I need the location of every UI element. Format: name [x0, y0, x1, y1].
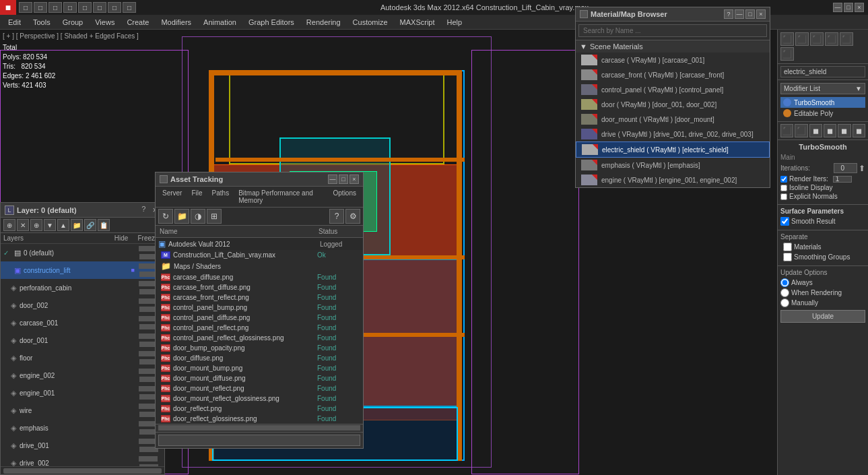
top-icon-4[interactable]: □ — [63, 2, 77, 13]
app-close[interactable]: × — [855, 3, 864, 12]
menu-help[interactable]: Help — [442, 17, 468, 28]
modifier-list-dropdown[interactable]: Modifier List ▼ — [780, 83, 865, 94]
top-icon-1[interactable]: □ — [19, 2, 32, 13]
ts-explicit-check[interactable] — [780, 193, 787, 200]
mat-item-engine[interactable]: engine ( VRayMtl ) [engine_001, engine_0… — [576, 172, 770, 187]
update-button[interactable]: Update — [780, 310, 865, 323]
layer-item-engine002[interactable]: ◈ engine_002 — [6, 367, 164, 384]
asset-grid-btn[interactable]: ⊞ — [207, 209, 222, 224]
asset-scrollbar-thumb[interactable] — [158, 425, 360, 431]
right-icon-3[interactable]: ⬛ — [810, 32, 824, 46]
mat-item-drive[interactable]: drive ( VRayMtl ) [drive_001, drive_002,… — [576, 127, 770, 141]
asset-menu-server[interactable]: Server — [158, 188, 186, 205]
layer-item-emphasis[interactable]: ◈ emphasis — [6, 419, 164, 437]
menu-views[interactable]: Views — [90, 17, 120, 28]
layer-item-carcase001[interactable]: ◈ carcase_001 — [6, 314, 164, 331]
asset-menu-bitmap[interactable]: Bitmap Performance and Memory — [234, 188, 327, 205]
layer-add2-btn[interactable]: ⊕ — [30, 219, 42, 231]
menu-graph-editors[interactable]: Graph Editors — [243, 17, 300, 28]
update-rendering-radio[interactable] — [780, 288, 789, 297]
mat-browser-help[interactable]: ? — [724, 9, 733, 19]
layer-item-perforation[interactable]: ◈ perforation_cabin — [6, 279, 164, 296]
asset-item-carcase-front-reflect[interactable]: Phc carcase_front_reflect.png Found — [156, 292, 363, 303]
asset-item-carcase-diffuse[interactable]: Phc carcase_diffuse.png Found — [156, 272, 363, 282]
top-icon-6[interactable]: □ — [93, 2, 106, 13]
update-manually-radio[interactable] — [780, 298, 789, 307]
right-icon-1[interactable]: ⬛ — [780, 32, 794, 46]
asset-folder-btn[interactable]: 📁 — [174, 209, 189, 224]
asset-config-btn[interactable]: ⚙ — [345, 209, 360, 224]
layer-item-wire[interactable]: ◈ wire — [6, 402, 164, 419]
right-search-input[interactable] — [780, 66, 865, 77]
top-icon-8[interactable]: □ — [123, 2, 136, 13]
menu-group[interactable]: Group — [57, 17, 89, 28]
mat-item-door[interactable]: door ( VRayMtl ) [door_001, door_002] — [576, 97, 770, 112]
menu-rendering[interactable]: Rendering — [301, 17, 346, 28]
asset-item-dm-diffuse[interactable]: Phc door_mount_diffuse.png Found — [156, 373, 363, 383]
top-icon-2[interactable]: □ — [34, 2, 47, 13]
menu-modifiers[interactable]: Modifiers — [156, 17, 197, 28]
menu-tools[interactable]: Tools — [28, 17, 56, 28]
layer-clipboard-btn[interactable]: 📋 — [98, 219, 110, 231]
mat-item-control-panel[interactable]: control_panel ( VRayMtl ) [control_panel… — [576, 82, 770, 97]
layer-item-floor[interactable]: ◈ floor — [6, 349, 164, 367]
mat-item-emphasis[interactable]: emphasis ( VRayMtl ) [emphasis] — [576, 158, 770, 172]
mat-browser-minimize[interactable]: — — [735, 9, 744, 19]
layer-item-door002[interactable]: ◈ door_002 — [6, 296, 164, 314]
mod-tool-2[interactable]: ⬛ — [795, 124, 807, 137]
right-icon-2[interactable]: ⬛ — [795, 32, 809, 46]
layers-scrollbar[interactable] — [1, 466, 164, 474]
layers-scrollbar-thumb[interactable] — [3, 468, 162, 474]
asset-expand[interactable]: □ — [339, 175, 348, 184]
asset-item-dm-reflect[interactable]: Phc door_mount_reflect.png Found — [156, 383, 363, 393]
menu-customize[interactable]: Customize — [347, 17, 393, 28]
mat-search-input[interactable] — [578, 24, 767, 37]
mod-tool-1[interactable]: ⬛ — [780, 124, 793, 137]
asset-item-door-reflect-gloss[interactable]: Phc door_reflect_glossiness.png Found — [156, 414, 363, 424]
layer-link-btn[interactable]: 🔗 — [84, 219, 96, 231]
mod-tool-3[interactable]: ◼ — [809, 124, 822, 137]
layer-up-btn[interactable]: ▲ — [57, 219, 69, 231]
right-icon-4[interactable]: ⬛ — [825, 32, 838, 46]
menu-create[interactable]: Create — [121, 17, 154, 28]
asset-item-cp-reflect-gloss[interactable]: Phc control_panel_reflect_glossiness.png… — [156, 333, 363, 343]
mat-item-carcase[interactable]: carcase ( VRayMtl ) [carcase_001] — [576, 53, 770, 67]
right-icon-5[interactable]: ⬛ — [840, 32, 853, 46]
layers-help-btn[interactable]: ? — [139, 205, 148, 215]
asset-item-maps-folder[interactable]: 📁 Maps / Shaders — [156, 260, 363, 272]
mod-tool-4[interactable]: ◼ — [824, 124, 836, 137]
menu-edit[interactable]: Edit — [3, 17, 26, 28]
asset-path-input[interactable] — [158, 435, 360, 446]
asset-item-door-diffuse[interactable]: Phc door_diffuse.png Found — [156, 353, 363, 363]
top-icon-3[interactable]: □ — [48, 2, 62, 13]
mod-tool-6[interactable]: ◼ — [853, 124, 865, 137]
ts-iterations-input[interactable] — [834, 163, 857, 173]
asset-list[interactable]: ▣ Autodesk Vault 2012 Logged M Construct… — [156, 238, 363, 424]
asset-refresh-btn[interactable]: ↻ — [158, 209, 173, 224]
layer-item-construction-lift[interactable]: ▣ construction_lift ■ — [1, 261, 164, 279]
layer-item-door001[interactable]: ◈ door_001 — [6, 331, 164, 349]
asset-search-btn[interactable]: ◑ — [191, 209, 205, 224]
asset-item-door-reflect[interactable]: Phc door_reflect.png Found — [156, 404, 363, 414]
asset-vault-section[interactable]: ▣ Autodesk Vault 2012 Logged — [156, 238, 363, 250]
ts-render-iters-input[interactable] — [833, 176, 852, 183]
layer-item-engine001[interactable]: ◈ engine_001 — [6, 384, 164, 402]
asset-item-dm-reflect-gloss[interactable]: Phc door_mount_reflect_glossiness.png Fo… — [156, 393, 363, 404]
mat-item-carcase-front[interactable]: carcase_front ( VRayMtl ) [carcase_front… — [576, 67, 770, 82]
sep-smoothing-check[interactable] — [783, 253, 792, 261]
top-icon-5[interactable]: □ — [78, 2, 92, 13]
asset-item-cp-reflect[interactable]: Phc control_panel_reflect.png Found — [156, 323, 363, 333]
ts-iterations-spinner[interactable]: ⬆ — [859, 164, 865, 173]
app-maximize[interactable]: □ — [844, 3, 853, 12]
app-minimize[interactable]: — — [833, 3, 842, 12]
asset-item-cp-bump[interactable]: Phc control_panel_bump.png Found — [156, 303, 363, 313]
update-always-radio[interactable] — [780, 278, 789, 287]
layer-del-btn[interactable]: ✕ — [17, 219, 29, 231]
asset-menu-paths[interactable]: Paths — [208, 188, 234, 205]
menu-animation[interactable]: Animation — [198, 17, 242, 28]
asset-menu-options[interactable]: Options — [329, 188, 360, 205]
asset-close[interactable]: × — [349, 175, 359, 184]
modifier-editable-poly[interactable]: Editable Poly — [780, 108, 865, 119]
asset-item-maxfile[interactable]: M Construction_Lift_Cabin_vray.max Ok — [156, 250, 363, 260]
asset-item-door-bump[interactable]: Phc door_bump_opacity.png Found — [156, 343, 363, 353]
